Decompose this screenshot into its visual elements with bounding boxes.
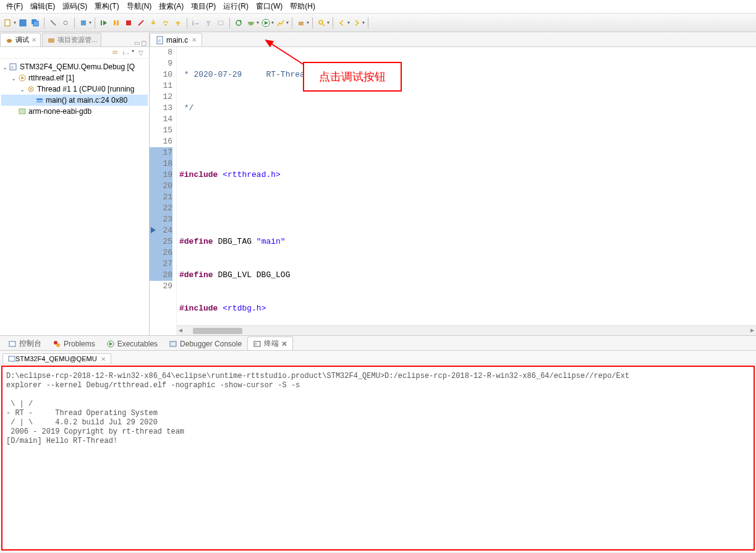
svg-rect-38 [9, 341, 15, 346]
execution-pointer-icon [151, 227, 157, 233]
profile-icon[interactable] [275, 17, 286, 28]
line-number: 18 [150, 158, 172, 169]
svg-point-40 [56, 343, 60, 347]
terminal-output[interactable]: D:\eclipse-rcp-2018-12-R-win32-x86_64\ec… [1, 366, 755, 551]
tree-launch[interactable]: ⌄ c STM32F4_QEMU.Qemu.Debug [Q [1, 61, 148, 72]
tab-project-label: 项目资源管... [57, 35, 97, 45]
svg-rect-3 [33, 21, 38, 26]
line-number: 25 [150, 236, 172, 247]
line-number: 23 [150, 214, 172, 225]
build-icon[interactable] [295, 17, 307, 28]
debug-view: 调试 ✕ 项目资源管... ▭ ▢ i→▾ ▽ ⌄ c STM32F4_QEMU… [0, 32, 150, 335]
step-return-icon[interactable] [172, 17, 184, 28]
line-number: 12 [150, 92, 172, 103]
resume-icon[interactable] [98, 17, 109, 28]
tree-gdb[interactable]: arm-none-eabi-gdb [1, 106, 148, 117]
step-filters-icon[interactable] [203, 17, 214, 28]
tree-thread[interactable]: ⌄ Thread #1 1 (CPU#0 [running [1, 84, 148, 95]
bug-icon [4, 35, 14, 45]
tab-terminal[interactable]: 终端 ✕ [247, 337, 293, 350]
scroll-left-icon[interactable]: ◀ [177, 325, 184, 336]
menu-refactor[interactable]: 重构(T) [91, 0, 122, 13]
scroll-right-icon[interactable]: ▶ [749, 325, 756, 336]
minimize-icon[interactable]: ▭ [134, 40, 140, 46]
tab-problems[interactable]: Problems [47, 337, 101, 350]
menu-edit[interactable]: 编辑(E) [27, 0, 59, 13]
run-icon[interactable] [260, 17, 271, 28]
editor-horizontal-scrollbar[interactable]: ◀ ▶ [177, 325, 756, 335]
editor-tab-main[interactable]: c main.c ✕ [150, 33, 202, 46]
svg-rect-9 [117, 20, 119, 25]
menu-file[interactable]: 件(F) [2, 0, 27, 13]
svg-text:i→: i→ [192, 20, 200, 27]
line-number: 14 [150, 114, 172, 125]
terminal-session-tab[interactable]: STM32F4_QEMU@QEMU ✕ [2, 353, 111, 364]
line-number: 17 [150, 147, 172, 158]
close-icon[interactable]: ✕ [32, 36, 36, 43]
restart-icon[interactable] [233, 17, 244, 28]
forward-icon[interactable] [351, 17, 362, 28]
line-number: 16 [150, 136, 172, 147]
menu-bar: 件(F) 编辑(E) 源码(S) 重构(T) 导航(N) 搜索(A) 项目(P)… [0, 0, 756, 14]
svg-line-18 [253, 22, 254, 23]
instruction-step-icon[interactable]: i→ [190, 17, 202, 28]
menu-search[interactable]: 搜索(A) [155, 0, 187, 13]
target-icon [17, 73, 27, 83]
close-icon[interactable]: ✕ [101, 356, 106, 362]
close-icon[interactable]: ✕ [281, 340, 287, 348]
debug-tree: ⌄ c STM32F4_QEMU.Qemu.Debug [Q ⌄ rtthrea… [0, 59, 149, 119]
close-icon[interactable]: ✕ [192, 36, 197, 43]
step-mode-icon[interactable] [215, 17, 226, 28]
step-into-icon[interactable] [148, 17, 159, 28]
tab-project-explorer[interactable]: 项目资源管... [42, 33, 101, 46]
save-all-icon[interactable] [30, 17, 41, 28]
debugger-console-icon [169, 340, 177, 348]
maximize-icon[interactable]: ▢ [141, 40, 147, 46]
menu-source[interactable]: 源码(S) [59, 0, 91, 13]
line-number: 20 [150, 181, 172, 192]
step-over-icon[interactable] [160, 17, 171, 28]
svg-marker-37 [151, 227, 156, 233]
tab-debugger-console[interactable]: Debugger Console [163, 337, 247, 350]
tree-elf[interactable]: ⌄ rtthread.elf [1] [1, 72, 148, 84]
menu-project[interactable]: 项目(P) [187, 0, 219, 13]
search-icon[interactable] [316, 17, 327, 28]
menu-window[interactable]: 窗口(W) [252, 0, 286, 13]
scrollbar-thumb[interactable] [193, 328, 242, 334]
new-dropdown-icon[interactable] [2, 17, 14, 28]
tab-executables[interactable]: Executables [101, 337, 163, 350]
wrench-icon[interactable] [48, 17, 59, 28]
line-number-gutter: 8 9 10 11 12 13 14 15 16 17 18 19 20 21 … [150, 47, 177, 335]
svg-text:i→: i→ [123, 50, 130, 56]
pause-icon[interactable] [111, 17, 122, 28]
code-editor[interactable]: 8 9 10 11 12 13 14 15 16 17 18 19 20 21 … [150, 47, 756, 335]
tool-icon[interactable] [60, 17, 71, 28]
tab-console[interactable]: 控制台 [2, 337, 47, 350]
editor-pane: c main.c ✕ 8 9 10 11 12 13 14 15 16 17 1… [150, 32, 756, 335]
tab-debug[interactable]: 调试 ✕ [0, 33, 41, 46]
back-icon[interactable] [336, 17, 347, 28]
svg-rect-5 [81, 20, 86, 25]
menu-navigate[interactable]: 导航(N) [123, 0, 156, 13]
save-icon[interactable] [17, 17, 28, 28]
stack-frame-icon [35, 95, 45, 105]
svg-rect-10 [126, 20, 131, 25]
disconnect-icon[interactable] [135, 17, 147, 28]
debug-icon[interactable] [245, 17, 257, 28]
view-menu-icon[interactable]: ▽ [137, 48, 145, 57]
svg-point-24 [7, 39, 12, 43]
toggle-icon[interactable] [78, 17, 89, 28]
line-number: 8 [150, 47, 172, 58]
code-content[interactable]: * 2020-07-29 RT-Thread first version */ … [177, 47, 756, 335]
svg-rect-21 [299, 22, 304, 25]
tree-frame[interactable]: main() at main.c:24 0x80 [1, 95, 148, 106]
step-mode-mini-icon[interactable]: i→ [122, 48, 130, 57]
line-number: 26 [150, 247, 172, 259]
collapse-all-icon[interactable] [111, 48, 119, 57]
menu-help[interactable]: 帮助(H) [286, 0, 319, 13]
stop-icon[interactable] [123, 17, 134, 28]
svg-marker-7 [103, 20, 107, 25]
menu-run[interactable]: 运行(R) [219, 0, 252, 13]
svg-line-17 [248, 22, 249, 23]
gdb-icon [17, 106, 27, 116]
